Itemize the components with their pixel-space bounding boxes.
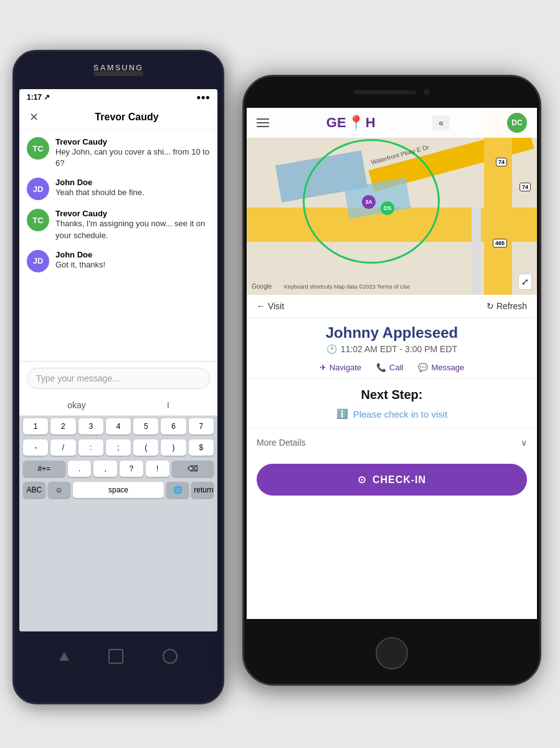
next-step-title: Next Step: [257,388,527,402]
key-lparen[interactable]: ( [133,439,158,456]
menu-line-3 [257,126,269,127]
geoh-logo: GE 📍 H [326,115,376,131]
visit-header: ← Visit ↻ Refresh [247,295,537,318]
message-input[interactable]: Type your message... [27,368,210,389]
call-button[interactable]: 📞 Call [376,363,403,372]
chevron-down-icon: ∨ [521,438,527,448]
message-row: TC Trevor Caudy Thanks, I'm assigning yo… [27,209,210,241]
highway-74b: 74 [520,183,531,191]
key-1[interactable]: 1 [23,418,48,434]
avatar-tc-1: TC [27,137,49,160]
avatar-tc-2: TC [27,209,49,231]
key-space[interactable]: space [73,482,164,498]
expand-map-button[interactable]: ⤢ [518,274,532,290]
call-icon: 📞 [376,363,386,372]
message-label: Message [431,363,464,372]
navigate-button[interactable]: ✈ Navigate [320,363,361,372]
navigate-label: Navigate [330,363,361,372]
map-area: 3A DS Waterfront Pkwy E Dr 74 465 74 GE … [247,108,537,295]
key-exclaim[interactable]: ! [146,461,169,477]
visit-refresh-button[interactable]: ↻ Refresh [486,301,527,311]
status-bar: 1:17 ↗ ●●● [19,89,217,105]
more-details-section[interactable]: More Details ∨ [247,429,537,456]
recents-nav-icon[interactable] [163,649,178,664]
key-3[interactable]: 3 [78,418,103,434]
quick-reply-okay[interactable]: okay [67,400,86,410]
next-step-section: Next Step: ℹ️ Please check in to visit [247,379,537,429]
message-row: TC Trevor Caudy Hey John, can you cover … [27,137,210,169]
highway-465: 465 [493,239,507,247]
visit-time: 🕐 11:02 AM EDT - 3:00 PM EDT [247,344,537,359]
keyboard-row-3: #+= . , ? ! ⌫ [19,458,217,479]
message-content-3: Trevor Caudy Thanks, I'm assigning you n… [55,209,210,241]
keyboard-row-2: - / : ; ( ) $ [19,437,217,458]
quick-reply-i[interactable]: I [167,400,169,410]
map-top-bar: GE 📍 H « DC [247,108,537,138]
geoh-text2: H [366,115,376,131]
avatar-jd-2: JD [27,250,49,272]
key-emoji[interactable]: ☺ [48,482,70,498]
more-details-label: More Details [257,438,306,448]
key-dollar[interactable]: $ [189,439,214,456]
message-row: JD John Doe Got it, thanks! [27,250,210,272]
navigate-icon: ✈ [320,363,326,372]
iphone-speaker [354,90,416,94]
check-in-text: Please check in to visit [353,409,448,420]
iphone-bottom [244,619,539,686]
key-6[interactable]: 6 [161,418,186,434]
visit-actions: ✈ Navigate 📞 Call 💬 Message [247,359,537,379]
iphone-screen: 3A DS Waterfront Pkwy E Dr 74 465 74 GE … [247,108,537,619]
key-return[interactable]: return [191,482,214,498]
check-in-notice: ℹ️ Please check in to visit [257,408,527,420]
google-label: Google [252,283,272,290]
map-back-button[interactable]: « [432,115,450,130]
geoh-text: GE [326,115,346,131]
visit-back-button[interactable]: ← Visit [257,301,284,311]
key-backspace[interactable]: ⌫ [172,461,214,477]
sender-3: Trevor Caudy [55,209,210,218]
key-2[interactable]: 2 [50,418,75,434]
home-nav-icon[interactable] [108,649,123,664]
map-marker-3a: 3A [362,195,376,209]
key-globe[interactable]: 🌐 [166,482,189,498]
visit-name: Johnny Appleseed [247,318,537,344]
back-nav-icon[interactable] [59,652,69,661]
key-abc[interactable]: ABC [23,482,45,498]
key-dash[interactable]: - [23,439,48,456]
key-semicolon[interactable]: ; [106,439,131,456]
message-content-1: Trevor Caudy Hey John, can you cover a s… [55,137,210,169]
iphone: 3A DS Waterfront Pkwy E Dr 74 465 74 GE … [242,75,541,686]
key-symbols[interactable]: #+= [23,461,65,477]
samsung-bottom-nav [14,631,222,681]
key-colon[interactable]: : [78,439,103,456]
checkin-icon: ⊙ [358,474,366,486]
samsung-phone: SAMSUNG 1:17 ↗ ●●● ✕ Trevor Caudy TC Tre… [12,50,224,704]
key-7[interactable]: 7 [189,418,214,434]
menu-icon[interactable] [257,118,269,127]
iphone-camera-icon [424,89,430,95]
message-content-2: John Doe Yeah that should be fine. [55,178,145,198]
chat-messages: TC Trevor Caudy Hey John, can you cover … [19,130,217,361]
iphone-camera-bar [244,77,539,108]
message-button[interactable]: 💬 Message [418,363,464,372]
key-5[interactable]: 5 [133,418,158,434]
chat-input-area: Type your message... [19,361,217,395]
samsung-top-bar: SAMSUNG [14,52,222,89]
close-icon[interactable]: ✕ [29,110,39,124]
arrow-icon: ↗ [44,93,50,102]
samsung-brand: SAMSUNG [93,63,143,72]
user-avatar-small: DC [507,113,527,133]
key-slash[interactable]: / [50,439,75,456]
signal-icons: ●●● [196,93,210,102]
key-question[interactable]: ? [120,461,143,477]
iphone-home-button[interactable] [376,637,408,669]
key-rparen[interactable]: ) [161,439,186,456]
key-period[interactable]: . [68,461,92,477]
key-comma[interactable]: , [93,461,117,477]
clock-icon: 🕐 [326,344,337,354]
key-4[interactable]: 4 [106,418,131,434]
checkin-button[interactable]: ⊙ CHECK-IN [257,464,527,496]
keyboard: 1 2 3 4 5 6 7 - / : ; ( ) $ #+= . , [19,416,217,632]
info-icon: ℹ️ [336,408,348,420]
message-icon: 💬 [418,363,428,372]
